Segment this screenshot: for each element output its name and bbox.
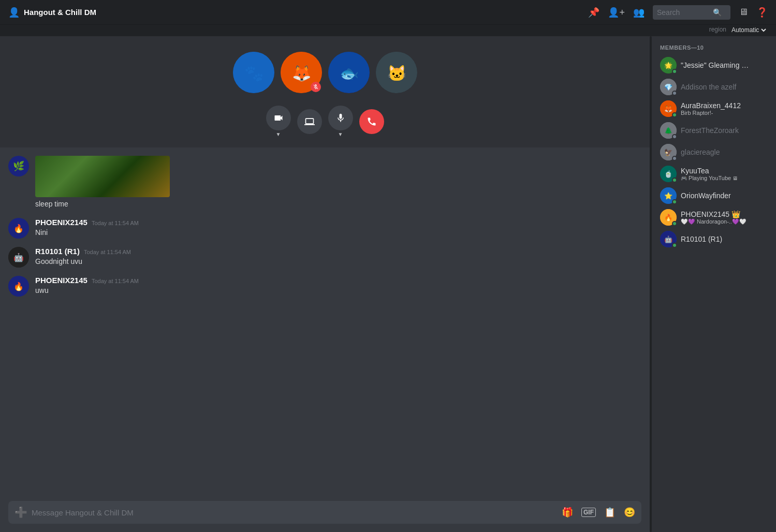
member-item[interactable]: 🍵 KyuuTea 🎮 Playing YouTube 🖥 xyxy=(656,164,772,184)
mic-arrow: ▼ xyxy=(338,131,343,137)
messages-area: 🌿 sleep time 🔥 P xyxy=(0,147,650,493)
member-subtitle: Birb Raptor!- xyxy=(681,110,753,116)
end-call-button[interactable] xyxy=(359,109,384,134)
member-status xyxy=(672,178,677,183)
svg-text:🔥: 🔥 xyxy=(13,224,24,233)
chat-image xyxy=(35,156,170,197)
emoji-icon[interactable]: 😊 xyxy=(624,507,635,518)
svg-text:🍵: 🍵 xyxy=(664,170,673,179)
search-icon: 🔍 xyxy=(713,8,722,17)
message-avatar: 🤖 xyxy=(8,247,29,268)
member-item[interactable]: 🦅 glaciereagle xyxy=(656,142,772,162)
svg-text:🦅: 🦅 xyxy=(664,148,673,157)
member-name: glaciereagle xyxy=(681,148,753,156)
member-info: PHOENIX2145 👑 🤍💜 Nardoragon-..💜🤍 xyxy=(681,210,768,225)
user-icon: 👤 xyxy=(8,7,20,18)
gif-icon[interactable]: GIF xyxy=(581,508,596,517)
message-content: R10101 (R1) Today at 11:54 AM Goodnight … xyxy=(35,247,641,267)
message-content: PHOENIX2145 Today at 11:54 AM Nini xyxy=(35,218,641,238)
member-avatar-wrap: 🌲 xyxy=(660,122,677,139)
sticker-icon[interactable]: 📋 xyxy=(604,507,616,518)
svg-text:🔥: 🔥 xyxy=(664,213,673,222)
member-subtitle: 🤍💜 Nardoragon-..💜🤍 xyxy=(681,218,753,225)
mic-button[interactable] xyxy=(328,106,353,130)
member-name: PHOENIX2145 👑 xyxy=(681,210,753,218)
add-friend-icon[interactable]: 👤+ xyxy=(608,7,625,18)
camera-button[interactable] xyxy=(266,106,291,130)
members-sidebar: MEMBERS—10 🌟 "Jessie" Gleaming Shi... 💎 xyxy=(652,36,776,532)
member-status xyxy=(672,134,677,139)
svg-text:🌟: 🌟 xyxy=(664,61,673,70)
screenshare-button[interactable] xyxy=(297,109,322,134)
search-input[interactable] xyxy=(657,8,709,17)
member-item[interactable]: 🔥 PHOENIX2145 👑 🤍💜 Nardoragon-..💜🤍 xyxy=(656,207,772,228)
member-avatar-wrap: 🔥 xyxy=(660,209,677,226)
message-avatar: 🔥 xyxy=(8,218,29,239)
member-name: R10101 (R1) xyxy=(681,235,753,243)
member-item[interactable]: 🤖 R10101 (R1) xyxy=(656,229,772,249)
message-header: R10101 (R1) Today at 11:54 AM xyxy=(35,247,641,256)
pin-icon[interactable]: 📌 xyxy=(588,7,599,18)
member-avatar-wrap: ⭐ xyxy=(660,187,677,204)
member-info: R10101 (R1) xyxy=(681,235,768,243)
message-text: Goodnight uvu xyxy=(35,257,641,267)
voice-avatar-3: 🐟 xyxy=(328,52,370,93)
member-status xyxy=(672,156,677,161)
add-attachment-button[interactable]: ➕ xyxy=(14,506,27,519)
message-header: PHOENIX2145 Today at 11:54 AM xyxy=(35,276,641,285)
message-text: uwu xyxy=(35,286,641,296)
screen-icon: 🖥 xyxy=(733,175,738,181)
svg-text:🤖: 🤖 xyxy=(13,253,24,262)
member-avatar-wrap: 🌟 xyxy=(660,57,677,73)
mic-control[interactable]: ▼ xyxy=(328,106,353,137)
member-item[interactable]: 🌟 "Jessie" Gleaming Shi... xyxy=(656,55,772,76)
svg-text:💎: 💎 xyxy=(664,83,673,92)
member-item[interactable]: 🦊 AuraBraixen_4412 Birb Raptor!- xyxy=(656,98,772,119)
message-item: 🔥 PHOENIX2145 Today at 11:54 AM uwu xyxy=(8,276,641,297)
svg-text:⭐: ⭐ xyxy=(664,191,673,200)
message-item: 🌿 sleep time xyxy=(8,156,641,210)
nav-right: 📌 👤+ 👥 🔍 🖥 ❓ xyxy=(588,5,768,20)
message-content: PHOENIX2145 Today at 11:54 AM uwu xyxy=(35,276,641,296)
member-item[interactable]: 🌲 ForestTheZoroark xyxy=(656,120,772,141)
svg-text:🦊: 🦊 xyxy=(291,64,311,83)
member-name: "Jessie" Gleaming Shi... xyxy=(681,61,753,69)
member-info: glaciereagle xyxy=(681,148,768,156)
members-icon[interactable]: 👥 xyxy=(633,7,645,18)
svg-text:🐱: 🐱 xyxy=(387,64,406,83)
message-input[interactable] xyxy=(32,508,558,517)
help-icon[interactable]: ❓ xyxy=(756,7,768,18)
message-avatar: 🔥 xyxy=(8,276,29,297)
svg-text:🔥: 🔥 xyxy=(13,282,24,291)
channel-title: Hangout & Chill DM xyxy=(24,8,96,17)
region-bar: region Automatic xyxy=(0,25,776,36)
region-label: region xyxy=(709,26,726,34)
member-avatar-wrap: 🦅 xyxy=(660,144,677,160)
message-timestamp: Today at 11:54 AM xyxy=(92,278,139,284)
muted-badge xyxy=(311,82,321,92)
voice-participant-2: 🦊 xyxy=(281,52,322,93)
member-status xyxy=(672,69,677,74)
message-input-area: ➕ 🎁 GIF 📋 😊 xyxy=(0,493,650,532)
gift-icon[interactable]: 🎁 xyxy=(562,507,573,518)
member-item[interactable]: 💎 Addison the azelf xyxy=(656,77,772,97)
member-subtitle: 🎮 Playing YouTube 🖥 xyxy=(681,175,753,181)
member-name: OrionWayfinder xyxy=(681,191,753,200)
search-bar[interactable]: 🔍 xyxy=(653,5,730,20)
member-avatar-wrap: 💎 xyxy=(660,79,677,95)
message-username: R10101 (R1) xyxy=(35,247,80,256)
message-input-actions: 🎁 GIF 📋 😊 xyxy=(562,507,635,518)
member-info: AuraBraixen_4412 Birb Raptor!- xyxy=(681,101,768,116)
member-status xyxy=(672,221,677,226)
voice-participants: 🐾 🦊 xyxy=(233,52,417,93)
nav-left: 👤 Hangout & Chill DM xyxy=(8,7,588,18)
camera-arrow: ▼ xyxy=(276,131,281,137)
member-item[interactable]: ⭐ OrionWayfinder xyxy=(656,185,772,206)
camera-control[interactable]: ▼ xyxy=(266,106,291,137)
message-content: sleep time xyxy=(35,156,641,210)
message-avatar: 🌿 xyxy=(8,156,29,176)
region-select[interactable]: Automatic xyxy=(729,26,768,34)
member-status xyxy=(672,91,677,96)
member-status xyxy=(672,199,677,204)
inbox-icon[interactable]: 🖥 xyxy=(739,7,748,18)
